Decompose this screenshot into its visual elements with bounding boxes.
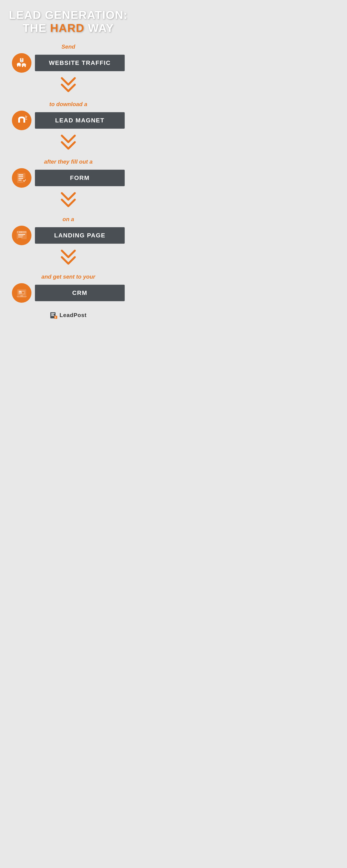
chevron-3	[60, 250, 77, 269]
title-line1: LEAD GENERATION:	[9, 9, 128, 22]
title-line2: THE HARD WAY	[9, 22, 128, 35]
step-icon-crm	[12, 283, 31, 303]
step-row-2: FORM	[12, 168, 125, 188]
svg-point-23	[22, 178, 27, 183]
svg-rect-39	[21, 296, 23, 296]
svg-rect-38	[22, 292, 24, 293]
svg-point-3	[21, 60, 22, 61]
step-row-3: LANDING PAGE	[12, 226, 125, 245]
svg-rect-43	[51, 315, 54, 316]
chevron-arrows	[60, 134, 77, 154]
step-label-0: Send	[61, 43, 75, 50]
svg-rect-30	[18, 236, 24, 236]
step-group-1: to download a LEAD MAGNET	[4, 101, 132, 130]
svg-rect-29	[18, 234, 25, 235]
chevron-2	[60, 192, 77, 212]
svg-point-11	[22, 66, 23, 67]
step-box-4: CRM	[35, 285, 125, 301]
svg-rect-13	[18, 123, 20, 124]
svg-rect-14	[24, 123, 25, 124]
chevron-arrows	[60, 250, 77, 269]
svg-rect-22	[19, 180, 22, 181]
svg-rect-41	[51, 313, 55, 314]
svg-point-12	[25, 66, 26, 67]
svg-line-17	[25, 116, 26, 117]
step-box-2: FORM	[35, 170, 125, 186]
svg-rect-35	[19, 291, 22, 292]
svg-rect-32	[18, 238, 21, 239]
step-row-1: LEAD MAGNET	[12, 111, 125, 130]
svg-point-28	[21, 231, 22, 232]
chevron-1	[60, 134, 77, 154]
step-group-0: Send WEBSITE TRAFFIC	[4, 43, 132, 73]
step-label-3: on a	[62, 216, 74, 223]
step-box-3: LANDING PAGE	[35, 227, 125, 244]
logo-text: LeadPost	[59, 312, 87, 318]
leadpost-logo-icon: $	[50, 311, 58, 319]
svg-rect-10	[22, 63, 25, 65]
svg-point-26	[18, 231, 19, 232]
svg-rect-21	[19, 178, 23, 179]
svg-point-27	[20, 231, 21, 232]
step-box-1: LEAD MAGNET	[35, 112, 125, 129]
svg-rect-31	[18, 237, 23, 238]
step-label-4: and get sent to your	[41, 273, 95, 280]
step-box-0: WEBSITE TRAFFIC	[35, 55, 125, 71]
step-icon-magnet	[12, 111, 31, 130]
page-title: LEAD GENERATION: THE HARD WAY	[9, 9, 128, 35]
step-row-0: WEBSITE TRAFFIC	[12, 53, 125, 73]
step-icon-form	[12, 168, 31, 188]
step-label-1: to download a	[50, 101, 87, 107]
svg-point-8	[19, 65, 21, 67]
step-icon-traffic	[12, 53, 31, 73]
step-group-4: and get sent to your CRM	[4, 273, 132, 303]
step-icon-landing	[12, 226, 31, 245]
svg-rect-6	[18, 63, 20, 64]
svg-point-4	[21, 61, 22, 62]
steps-container: Send WEBSITE TRAFFIC to download a	[4, 43, 132, 303]
svg-point-2	[21, 58, 22, 60]
chevron-arrows	[60, 77, 77, 97]
step-row-4: CRM	[12, 283, 125, 303]
svg-rect-42	[51, 314, 54, 315]
svg-point-7	[17, 65, 19, 67]
step-group-2: after they fill out a FORM	[4, 158, 132, 188]
svg-text:$: $	[55, 316, 56, 318]
chevron-0	[60, 77, 77, 97]
svg-rect-37	[19, 293, 22, 293]
step-label-2: after they fill out a	[44, 158, 93, 165]
svg-rect-19	[19, 175, 23, 175]
chevron-arrows	[60, 192, 77, 212]
step-group-3: on a LANDING PAGE	[4, 216, 132, 245]
logo-area: $ LeadPost	[50, 311, 87, 319]
svg-rect-20	[19, 176, 23, 177]
svg-line-15	[26, 117, 27, 118]
